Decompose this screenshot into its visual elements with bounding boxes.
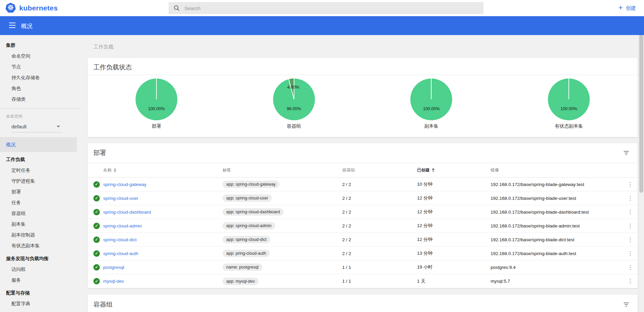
deployment-name-link[interactable]: spring-cloud-user: [103, 196, 138, 201]
search-bar[interactable]: [169, 2, 484, 14]
row-menu-icon[interactable]: ⋮: [627, 278, 633, 284]
page-title: 概况: [21, 22, 32, 30]
sort-arrows-icon: [114, 168, 116, 172]
column-label: 容器组: [342, 167, 355, 173]
namespace-label: 命名空间: [0, 109, 80, 121]
create-button[interactable]: + 创建: [618, 0, 636, 16]
workload-status-card: 工作负载状态 100.00% 部署 96.00%4.00% 容器组 100.00…: [88, 58, 638, 137]
plus-icon: +: [618, 4, 623, 11]
row-menu-icon[interactable]: ⋮: [627, 251, 633, 256]
scrollbar-track[interactable]: [638, 0, 644, 312]
image-name: 192.168.0.172/base/spring-blade-dashboar…: [491, 210, 623, 215]
row-menu-icon[interactable]: ⋮: [627, 182, 633, 187]
app-header: 概况: [0, 16, 644, 35]
sidebar-item[interactable]: 节点: [0, 61, 80, 72]
label-chip: app: spring-cloud-gateway: [223, 181, 280, 188]
sidebar-item-overview[interactable]: 概况: [0, 137, 77, 152]
deployment-name-link[interactable]: spring-cloud-dashboard: [103, 210, 151, 215]
sidebar-section-config[interactable]: 配置与存储: [0, 287, 80, 298]
brand: ☸ kubernetes: [5, 3, 58, 13]
pods-count: 2 / 2: [342, 251, 417, 256]
sidebar-section-discovery[interactable]: 服务发现与负载均衡: [0, 253, 80, 264]
deployment-name-link[interactable]: mysql-dev: [103, 279, 124, 284]
row-menu-icon[interactable]: ⋮: [627, 264, 633, 270]
sidebar-item[interactable]: 命名空间: [0, 51, 80, 61]
sidebar: 集群 命名空间节点持久化存储卷角色存储类 命名空间 default 概况 工作负…: [0, 35, 80, 312]
deployment-name-link[interactable]: spring-cloud-auth: [103, 251, 138, 256]
row-menu-icon[interactable]: ⋮: [627, 195, 633, 201]
pie-category-label: 容器组: [287, 123, 301, 129]
divider: [88, 75, 638, 75]
pie: 100.00%: [136, 79, 177, 120]
sidebar-item[interactable]: 存储类: [0, 94, 80, 104]
deployment-name-link[interactable]: spring-cloud-dict: [103, 237, 137, 242]
sidebar-item[interactable]: 任务: [0, 197, 80, 208]
filter-icon[interactable]: [623, 303, 629, 307]
deployment-row: ✓spring-cloud-dashboardapp: spring-cloud…: [88, 205, 638, 219]
created-age: 19 小时: [417, 264, 491, 270]
main-content: 工作负载 工作负载状态 100.00% 部署 96.00%4.00% 容器组 1…: [88, 35, 638, 312]
deployment-name-link[interactable]: postgresql: [103, 265, 124, 270]
image-name: 192.168.0.172/base/spring-blade-admin:te…: [491, 223, 623, 228]
label-chip: app: spring-cloud-admin: [223, 222, 275, 229]
pods-count: 2 / 2: [342, 223, 417, 228]
ship-wheel-glyph: ☸: [7, 4, 14, 11]
image-name: 192.168.0.172/base/spring-blade-auth:tes…: [491, 251, 623, 256]
sidebar-section-cluster[interactable]: 集群: [0, 40, 80, 51]
pods-count: 2 / 2: [342, 182, 417, 187]
sidebar-item[interactable]: 副本集: [0, 219, 80, 229]
pie-percent-label: 100.00%: [148, 106, 165, 111]
deployment-name-link[interactable]: spring-cloud-gateway: [103, 182, 146, 187]
row-menu-icon[interactable]: ⋮: [627, 223, 633, 229]
pie-category-label: 部署: [152, 123, 161, 129]
deployments-table-header: 名称标签容器组已创建镜像: [88, 163, 638, 178]
deployment-name-link[interactable]: spring-cloud-admin: [103, 223, 142, 228]
sidebar-item[interactable]: 有状态副本集: [0, 240, 80, 251]
deployments-table-body: ✓spring-cloud-gatewayapp: spring-cloud-g…: [88, 178, 638, 288]
deployment-row: ✓postgresqlname: postgresql1 / 119 小时pos…: [88, 260, 638, 274]
sidebar-item[interactable]: 配置字典: [0, 298, 80, 309]
sidebar-item[interactable]: 角色: [0, 83, 80, 94]
column-label: 已创建: [417, 167, 430, 173]
row-menu-icon[interactable]: ⋮: [627, 237, 633, 243]
sidebar-item[interactable]: 服务: [0, 275, 80, 285]
pie-secondary-percent-label: 4.00%: [287, 85, 299, 90]
search-icon: [174, 5, 180, 11]
deployments-card: 部署 名称标签容器组已创建镜像 ✓spring-cloud-gatewayapp…: [88, 143, 638, 288]
image-name: 192.168.0.172/base/spring-blade-gateway:…: [491, 182, 623, 187]
pie-slice-separator: [431, 79, 432, 99]
menu-icon[interactable]: [9, 23, 16, 28]
namespace-select[interactable]: default: [11, 121, 63, 132]
image-name: 192.168.0.172/base/spring-blade-dict:tes…: [491, 237, 623, 242]
status-ok-icon: ✓: [93, 181, 100, 188]
created-age: 12 分钟: [417, 237, 491, 243]
sort-arrows-icon: [432, 168, 435, 172]
created-age: 13 分钟: [417, 250, 491, 256]
pie-chart-deployments: 100.00% 部署: [88, 79, 225, 129]
brand-name: kubernetes: [19, 4, 58, 12]
sidebar-item[interactable]: 访问权: [0, 264, 80, 275]
row-menu-icon[interactable]: ⋮: [627, 209, 633, 215]
search-input[interactable]: [184, 5, 454, 11]
created-age: 10 分钟: [417, 181, 491, 187]
card-title: 容器组: [93, 300, 113, 309]
sidebar-item[interactable]: 副本控制器: [0, 229, 80, 240]
namespace-value: default: [11, 124, 27, 129]
sidebar-item[interactable]: 容器组: [0, 208, 80, 219]
sidebar-item[interactable]: 守护进程集: [0, 176, 80, 186]
sidebar-item[interactable]: 定时任务: [0, 165, 80, 176]
label-chip: name: postgresql: [223, 263, 262, 271]
column-header-name[interactable]: 名称: [103, 167, 223, 173]
chevron-down-icon: [57, 126, 60, 127]
column-label: 名称: [103, 167, 112, 173]
sidebar-item[interactable]: 部署: [0, 186, 80, 197]
filter-icon[interactable]: [623, 151, 629, 155]
column-header-created[interactable]: 已创建: [417, 167, 491, 173]
image-name: postgres:9.4: [491, 265, 623, 270]
status-ok-icon: ✓: [93, 250, 100, 257]
sidebar-item[interactable]: 持久化存储卷: [0, 72, 80, 83]
image-name: 192.168.0.172/base/spring-blade-user:tes…: [491, 196, 623, 201]
sidebar-section-workloads[interactable]: 工作负载: [0, 154, 80, 165]
column-label: 标签: [223, 167, 231, 173]
pie: 100.00%: [410, 79, 452, 120]
